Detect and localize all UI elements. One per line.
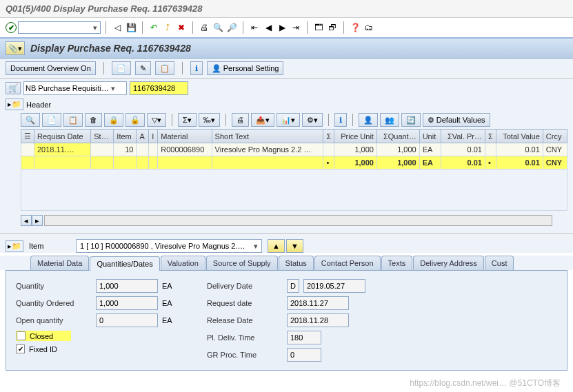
item-up-button[interactable]: ▲	[268, 239, 285, 253]
scroll-left-button[interactable]: ◂	[21, 215, 32, 226]
scroll-right-button[interactable]: ▸	[32, 215, 43, 226]
create-button[interactable]: 📄	[112, 61, 131, 75]
layout-icon[interactable]: 🗂	[363, 21, 375, 34]
col-unit[interactable]: Unit	[419, 130, 441, 143]
tab-quantities-dates[interactable]: Quantities/Dates	[90, 256, 159, 271]
qty-ordered-field[interactable]: 1,000	[96, 296, 158, 310]
delivery-date-cat[interactable]: D	[287, 279, 299, 293]
release-date-field[interactable]: 2018.11.28	[287, 313, 349, 327]
table-row[interactable]: 2018.11.… 10 R000006890 Viresolve Pro Ma…	[21, 143, 567, 156]
gr-proc-time-field[interactable]: 0	[287, 348, 321, 362]
unlock-button[interactable]: 🔓	[125, 113, 145, 127]
settings-button[interactable]: ⚙▾	[302, 113, 323, 127]
edit-button[interactable]: ✎	[135, 61, 151, 75]
item-down-button[interactable]: ▼	[286, 239, 303, 253]
doc-overview-button[interactable]: Document Overview On	[6, 61, 96, 75]
info2-button[interactable]: ℹ	[334, 113, 347, 127]
col-sigma1[interactable]: Σ	[323, 130, 334, 143]
watermark: https://blog.csdn.net/wei… @51CTO博客	[410, 378, 561, 389]
refresh-button[interactable]: 🔄	[401, 113, 421, 127]
tab-status[interactable]: Status	[279, 256, 314, 270]
export-button[interactable]: 📤▾	[251, 113, 274, 127]
item-dropdown[interactable]: 1 [ 10 ] R000006890 , Viresolve Pro Magn…	[76, 239, 262, 253]
scrollbar-track[interactable]	[44, 215, 552, 226]
save-icon[interactable]: 💾	[125, 21, 137, 34]
other-pr-button[interactable]: 📋	[155, 61, 174, 75]
first-page-icon[interactable]: ⇤	[248, 21, 261, 34]
back-icon[interactable]: ◁	[111, 21, 123, 34]
prev-page-icon[interactable]: ◀	[262, 21, 274, 34]
variant-button[interactable]: 📊▾	[277, 113, 300, 127]
shortcut-icon[interactable]: 🗗	[326, 21, 339, 34]
fixed-id-label: Fixed ID	[29, 345, 57, 353]
col-st[interactable]: St…	[91, 130, 114, 143]
ok-icon[interactable]: ✔	[6, 22, 17, 33]
col-i[interactable]: I	[149, 130, 158, 143]
delete-button[interactable]: 🗑	[85, 113, 102, 127]
item-grid[interactable]: ☰ Requisn Date St… Item A I Material Sho…	[21, 129, 567, 169]
col-quant[interactable]: ΣQuant…	[376, 130, 419, 143]
pl-deliv-time-field[interactable]: 180	[287, 331, 321, 344]
separator	[225, 114, 226, 126]
request-date-field[interactable]: 2018.11.27	[287, 296, 349, 310]
info-button[interactable]: ℹ	[190, 61, 203, 75]
tab-texts[interactable]: Texts	[381, 256, 413, 270]
col-crcy[interactable]: Crcy	[543, 130, 567, 143]
col-requisn-date[interactable]: Requisn Date	[34, 130, 91, 143]
back-green-icon[interactable]: ↶	[148, 21, 160, 34]
last-page-icon[interactable]: ⇥	[290, 21, 302, 34]
help-icon[interactable]: ❓	[349, 21, 361, 34]
details-button[interactable]: 🔍	[21, 113, 40, 127]
print-icon[interactable]: 🖨	[198, 21, 210, 34]
col-short-text[interactable]: Short Text	[212, 130, 323, 143]
find-icon[interactable]: 🔍	[212, 21, 224, 34]
requisition-number-field[interactable]: 1167639428	[130, 81, 188, 95]
open-qty-field[interactable]: 0	[96, 313, 158, 327]
col-val-pr[interactable]: ΣVal. Pr…	[441, 130, 485, 143]
subtotal-button[interactable]: ‰▾	[199, 113, 220, 127]
row-selector-col[interactable]: ☰	[21, 130, 34, 143]
qty-ordered-unit: EA	[162, 299, 176, 307]
col-price-unit[interactable]: Price Unit	[334, 130, 377, 143]
tab-material-data[interactable]: Material Data	[30, 256, 89, 270]
exit-icon[interactable]: ⤴	[161, 21, 174, 34]
find-next-icon[interactable]: 🔎	[225, 21, 238, 34]
user1-button[interactable]: 👤	[359, 113, 378, 127]
expand-item-icon[interactable]: ▸📁	[6, 240, 23, 252]
print2-button[interactable]: 🖨	[232, 113, 249, 127]
col-item[interactable]: Item	[114, 130, 137, 143]
cart-icon[interactable]: 🛒	[6, 82, 21, 94]
layout-button[interactable]: 📄	[42, 113, 61, 127]
doc-type-dropdown[interactable]: NB Purchase Requisiti…	[23, 81, 127, 95]
filter-button[interactable]: ▽▾	[147, 113, 166, 127]
tab-delivery-address[interactable]: Delivery Address	[413, 256, 484, 270]
next-page-icon[interactable]: ▶	[276, 21, 288, 34]
table-total-row: • 1,000 1,000 EA 0.01 • 0.01 CNY	[21, 156, 567, 169]
tabstrip: Material Data Quantities/Dates Valuation…	[0, 256, 573, 270]
quantity-field[interactable]: 1,000	[96, 279, 158, 293]
object-services-icon[interactable]: 📎▾	[6, 41, 25, 55]
fixed-id-checkbox[interactable]: ✔	[16, 344, 25, 353]
sum-button[interactable]: Σ▾	[178, 113, 197, 127]
expand-header-icon[interactable]: ▸📁	[6, 99, 23, 110]
tab-source-of-supply[interactable]: Source of Supply	[206, 256, 278, 270]
default-values-button[interactable]: ⚙ Default Values	[423, 113, 490, 127]
cancel-icon[interactable]: ✖	[175, 21, 188, 34]
user2-button[interactable]: 👥	[380, 113, 399, 127]
lock-button[interactable]: 🔒	[104, 113, 123, 127]
session-icon[interactable]: 🗔	[312, 21, 325, 34]
col-sigma2[interactable]: Σ	[485, 130, 496, 143]
personal-setting-button[interactable]: 👤 Personal Setting	[207, 61, 284, 75]
closed-checkbox[interactable]	[17, 331, 26, 340]
tab-valuation[interactable]: Valuation	[161, 256, 205, 270]
quantity-label: Quantity	[16, 282, 92, 290]
command-field[interactable]	[18, 21, 101, 34]
col-a[interactable]: A	[137, 130, 149, 143]
tab-cust[interactable]: Cust	[485, 256, 514, 270]
copy-button[interactable]: 📋	[63, 113, 83, 127]
delivery-date-field[interactable]: 2019.05.27	[303, 279, 365, 293]
col-material[interactable]: Material	[158, 130, 212, 143]
separator	[243, 21, 243, 34]
col-total-value[interactable]: Total Value	[496, 130, 543, 143]
tab-contact-person[interactable]: Contact Person	[314, 256, 381, 270]
